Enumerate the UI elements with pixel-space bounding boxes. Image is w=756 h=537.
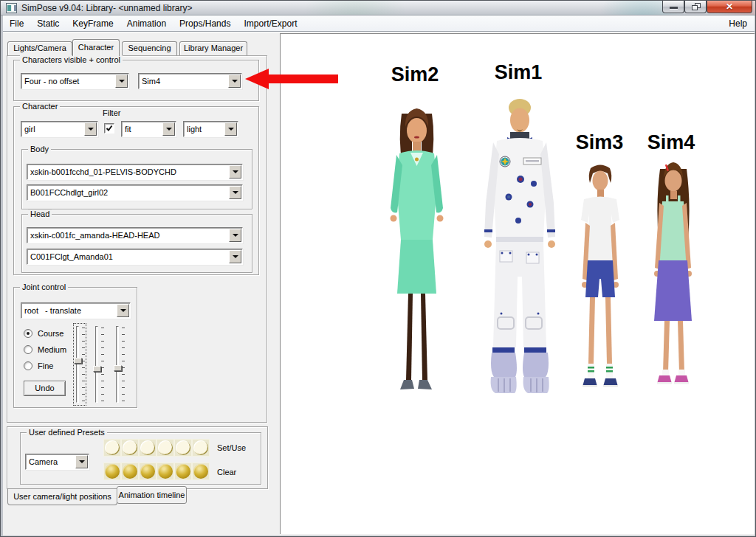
slider-ticks [82,328,85,401]
head-mesh-select[interactable]: xskin-c001fc_amanda-HEAD-HEAD [27,227,243,243]
chevron-down-icon[interactable] [75,455,88,468]
preset-slot-1[interactable] [103,439,121,457]
joint-slider-y[interactable] [93,324,105,405]
preset-empty-dot-icon [105,440,120,455]
skin-tone-select[interactable]: light [183,121,238,137]
head-group: Head xskin-c001fc_amanda-HEAD-HEAD C001F… [21,214,252,273]
radio-medium[interactable]: Medium [24,344,66,355]
chevron-down-icon[interactable] [229,229,241,242]
body-mesh-select[interactable]: xskin-b001fcchd_01-PELVIS-BODYCHD [27,164,243,180]
minimize-button[interactable] [662,1,684,13]
close-button[interactable]: ✕ [707,1,752,13]
fit-select[interactable]: fit [121,121,176,137]
radio-label: Medium [38,345,66,354]
combo-value: fit [125,122,161,136]
preset-gold-dot-icon [193,464,208,479]
menu-animation[interactable]: Animation [120,16,173,31]
combo-value: C001FClgt_Amanda01 [30,249,227,264]
filter-label: Filter [103,108,120,117]
sim1-figure [475,92,565,398]
group-label: Characters visible + control [20,55,123,65]
chevron-down-icon[interactable] [117,304,129,317]
chevron-down-icon[interactable] [229,250,241,263]
combo-value: root - translate [24,303,115,318]
preset-slot-4[interactable] [157,439,174,457]
preset-slot-5[interactable] [174,439,192,457]
character-type-select[interactable]: girl [21,121,98,137]
app-icon-block [7,5,11,11]
maximize-button[interactable] [684,1,707,13]
menu-props-hands[interactable]: Props/Hands [173,16,237,31]
tab-character[interactable]: Character [72,39,120,56]
slider-ticks [122,328,125,401]
menu-file[interactable]: File [3,16,30,31]
user-presets-group: User defined Presets Camera [20,432,261,485]
annotation-arrow [245,68,338,90]
preset-clear-6[interactable] [192,462,210,480]
combo-value: xskin-b001fcchd_01-PELVIS-BODYCHD [30,164,227,179]
checkmark-icon [106,125,113,132]
joint-slider-x[interactable] [74,324,86,405]
joint-slider-z[interactable] [114,324,126,405]
preset-slot-6[interactable] [192,439,210,457]
slider-thumb[interactable] [93,366,101,372]
slider-thumb[interactable] [74,358,82,364]
preset-clear-row [103,462,210,480]
menu-static[interactable]: Static [30,16,66,31]
chevron-down-icon[interactable] [224,122,237,136]
preset-slot-3[interactable] [139,439,157,457]
app-window: SimPose v9.04: Library- <unnamed library… [0,0,756,537]
title-bar: SimPose v9.04: Library- <unnamed library… [1,1,755,15]
slider-track [95,326,98,403]
active-character-select[interactable]: Sim4 [138,73,242,89]
preset-clear-5[interactable] [174,462,192,480]
chevron-down-icon[interactable] [162,122,175,136]
visible-mode-select[interactable]: Four - no offset [21,73,129,89]
tab-animation-timeline[interactable]: Animation timeline [117,486,187,504]
combo-value: Four - no offset [24,74,114,89]
radio-label: Fine [38,361,53,370]
preset-clear-4[interactable] [157,462,174,480]
menu-import-export[interactable]: Import/Export [237,16,303,31]
radio-button-icon [24,361,32,370]
combo-value: xskin-c001fc_amanda-HEAD-HEAD [30,228,227,243]
sim4-figure [638,157,707,392]
sim3-figure [566,161,634,393]
preset-clear-2[interactable] [121,462,139,480]
chevron-down-icon[interactable] [229,186,241,199]
preset-target-select[interactable]: Camera [25,454,89,470]
group-label: Head [28,209,52,219]
radio-fine[interactable]: Fine [24,360,53,371]
tab-library-manager[interactable]: Library Manager [179,41,247,55]
chevron-down-icon[interactable] [229,165,241,179]
slider-thumb[interactable] [114,365,122,371]
body-texture-select[interactable]: B001FCChdlgt_girl02 [27,184,243,201]
preset-gold-dot-icon [176,464,190,479]
preset-gold-dot-icon [158,464,173,479]
tab-lights-camera[interactable]: Lights/Camera [7,41,72,55]
chevron-down-icon[interactable] [115,75,128,88]
combo-value: Camera [29,454,74,469]
radio-label: Course [38,329,63,338]
joint-select[interactable]: root - translate [21,302,131,319]
app-icon [6,3,17,13]
tab-user-camera-light-positions[interactable]: User camera/light positions [7,489,117,505]
group-label: Character [20,102,60,111]
preset-clear-1[interactable] [103,462,121,480]
chevron-down-icon[interactable] [228,75,241,88]
menu-keyframe[interactable]: KeyFrame [66,16,120,31]
head-texture-select[interactable]: C001FClgt_Amanda01 [27,249,243,265]
group-label: Joint control [20,283,68,292]
tab-sequencing[interactable]: Sequencing [122,41,177,55]
undo-button[interactable]: Undo [24,381,66,396]
preset-clear-3[interactable] [139,462,157,480]
chevron-down-icon[interactable] [84,122,97,136]
radio-course[interactable]: Course [24,328,63,339]
preset-empty-dot-icon [123,440,137,455]
window-title: SimPose v9.04: Library- <unnamed library… [21,2,192,14]
viewport[interactable]: Sim2 Sim1 Sim3 Sim4 [280,33,755,534]
menu-help[interactable]: Help [721,16,755,31]
preset-slot-2[interactable] [121,439,139,457]
filter-checkbox[interactable] [104,123,114,134]
app-icon-block [14,5,16,11]
